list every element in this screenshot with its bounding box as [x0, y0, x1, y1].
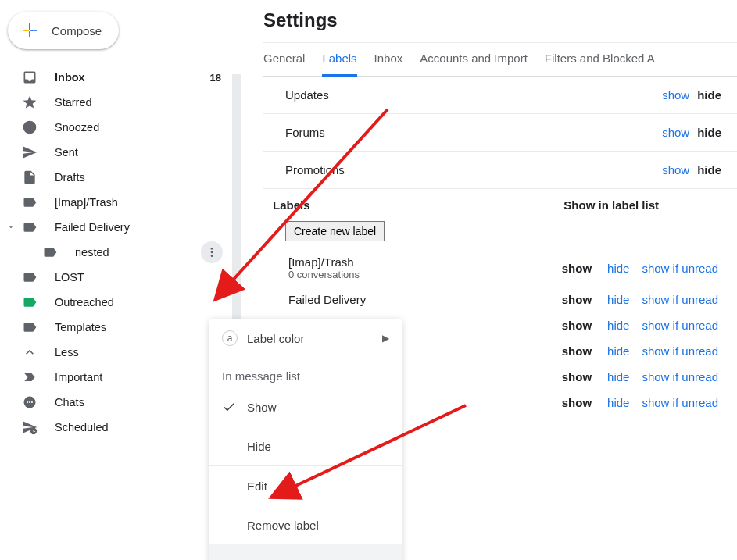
sidebar-item-templates[interactable]: Templates	[0, 315, 232, 340]
show-action[interactable]: show	[559, 319, 595, 332]
compose-button[interactable]: Compose	[8, 12, 119, 49]
settings-tabs: GeneralLabelsInboxAccounts and ImportFil…	[263, 43, 737, 77]
hide-action[interactable]: hide	[604, 396, 632, 409]
compose-label: Compose	[52, 24, 102, 37]
sidebar-item-label: Drafts	[55, 171, 232, 184]
show-if-unread-action[interactable]: show if unread	[642, 344, 737, 358]
inbox-icon	[22, 70, 38, 85]
sidebar-item-failed-delivery[interactable]: Failed Delivery	[0, 215, 232, 240]
show-action[interactable]: show	[559, 262, 595, 275]
label-name: Failed Delivery	[288, 293, 549, 306]
svg-point-6	[31, 401, 33, 403]
show-action[interactable]: show	[559, 344, 595, 358]
menu-label-color[interactable]: a Label color ▶	[209, 319, 402, 358]
show-action[interactable]: show	[559, 396, 595, 409]
menu-hide[interactable]: Hide	[209, 426, 402, 465]
sidebar-item-sent[interactable]: Sent	[0, 140, 232, 165]
sidebar-item-label: Outreached	[55, 296, 232, 309]
menu-add-sublabel[interactable]: Add sublabel	[209, 544, 402, 560]
sidebar-item-label: Sent	[55, 146, 232, 159]
svg-point-2	[211, 255, 213, 257]
send-icon	[22, 144, 38, 160]
less-icon	[22, 344, 38, 360]
menu-edit[interactable]: Edit	[209, 466, 402, 505]
label-subtext: 0 conversations	[288, 269, 549, 280]
labels-section-title: Labels	[273, 198, 310, 212]
menu-section-header: In message list	[209, 358, 402, 387]
hide-action[interactable]: hide	[604, 293, 632, 306]
submenu-arrow-icon: ▶	[382, 333, 389, 344]
unread-count: 18	[210, 72, 221, 84]
show-if-unread-action[interactable]: show if unread	[642, 262, 737, 275]
sidebar-item-label: Starred	[55, 96, 232, 109]
tab-filters-and-blocked-a[interactable]: Filters and Blocked A	[545, 43, 655, 76]
label-icon	[22, 219, 38, 235]
tab-inbox[interactable]: Inbox	[374, 43, 403, 76]
sidebar-item-chats[interactable]: Chats	[0, 390, 232, 415]
label-icon	[22, 269, 38, 285]
category-name: Updates	[285, 88, 662, 102]
sidebar-item-nested[interactable]: nested	[0, 240, 232, 265]
sidebar-item-label: Inbox	[55, 71, 210, 84]
sidebar-item-scheduled[interactable]: Scheduled	[0, 415, 232, 440]
hide-link[interactable]: hide	[697, 163, 721, 177]
show-link[interactable]: show	[662, 126, 689, 139]
sidebar-item--imap-trash[interactable]: [Imap]/Trash	[0, 190, 232, 215]
sidebar-item-lost[interactable]: LOST	[0, 265, 232, 290]
labels-column-header: Show in label list	[563, 198, 737, 212]
clock-icon	[22, 119, 38, 135]
show-if-unread-action[interactable]: show if unread	[642, 293, 737, 306]
page-title: Settings	[263, 9, 737, 31]
sidebar-item-starred[interactable]: Starred	[0, 90, 232, 115]
show-action[interactable]: show	[559, 370, 595, 383]
star-icon	[22, 95, 38, 110]
sidebar-item-label: LOST	[55, 271, 232, 284]
label-context-menu: a Label color ▶ In message list Show Hid…	[209, 319, 402, 560]
sidebar-item-label: Templates	[55, 321, 232, 334]
tab-accounts-and-import[interactable]: Accounts and Import	[420, 43, 528, 76]
show-link[interactable]: show	[662, 163, 689, 177]
hide-link[interactable]: hide	[697, 126, 721, 139]
svg-point-0	[211, 248, 213, 250]
create-new-label-button[interactable]: Create new label	[285, 221, 385, 241]
scheduled-icon	[22, 419, 38, 435]
sidebar-item-label: Snoozed	[55, 121, 232, 134]
show-link[interactable]: show	[662, 88, 689, 102]
chats-icon	[22, 394, 38, 410]
sidebar-item-label: Failed Delivery	[55, 221, 232, 234]
tab-labels[interactable]: Labels	[322, 43, 356, 77]
sidebar-item-label: Chats	[55, 396, 232, 408]
sidebar-item-drafts[interactable]: Drafts	[0, 165, 232, 190]
tab-general[interactable]: General	[263, 43, 305, 76]
sidebar: Compose Inbox18StarredSnoozedSentDrafts[…	[0, 0, 232, 560]
show-action[interactable]: show	[559, 293, 595, 306]
sidebar-item-label: Important	[55, 371, 232, 383]
expand-icon[interactable]	[6, 223, 16, 232]
label-icon	[42, 244, 58, 260]
sidebar-item-less[interactable]: Less	[0, 340, 232, 365]
sidebar-item-inbox[interactable]: Inbox18	[0, 65, 232, 90]
compose-plus-icon	[17, 18, 42, 43]
sidebar-item-label: Scheduled	[55, 421, 232, 433]
more-options-icon[interactable]	[201, 241, 223, 263]
hide-action[interactable]: hide	[604, 344, 632, 358]
hide-action[interactable]: hide	[604, 319, 632, 332]
menu-show[interactable]: Show	[209, 387, 402, 426]
menu-remove-label[interactable]: Remove label	[209, 505, 402, 544]
hide-action[interactable]: hide	[604, 370, 632, 383]
hide-link[interactable]: hide	[697, 88, 721, 102]
sidebar-item-snoozed[interactable]: Snoozed	[0, 115, 232, 140]
label-icon	[22, 194, 38, 210]
draft-icon	[22, 169, 38, 185]
show-if-unread-action[interactable]: show if unread	[642, 396, 737, 409]
category-name: Promotions	[285, 163, 662, 177]
category-row: Updatesshowhide	[263, 77, 737, 114]
label-row: [Imap]/Trash0 conversationsshowhideshow …	[273, 249, 737, 287]
sidebar-item-outreached[interactable]: Outreached	[0, 290, 232, 315]
category-name: Forums	[285, 126, 662, 139]
hide-action[interactable]: hide	[604, 262, 632, 275]
sidebar-item-important[interactable]: Important	[0, 365, 232, 390]
show-if-unread-action[interactable]: show if unread	[642, 370, 737, 383]
show-if-unread-action[interactable]: show if unread	[642, 319, 737, 332]
svg-point-5	[29, 401, 30, 403]
